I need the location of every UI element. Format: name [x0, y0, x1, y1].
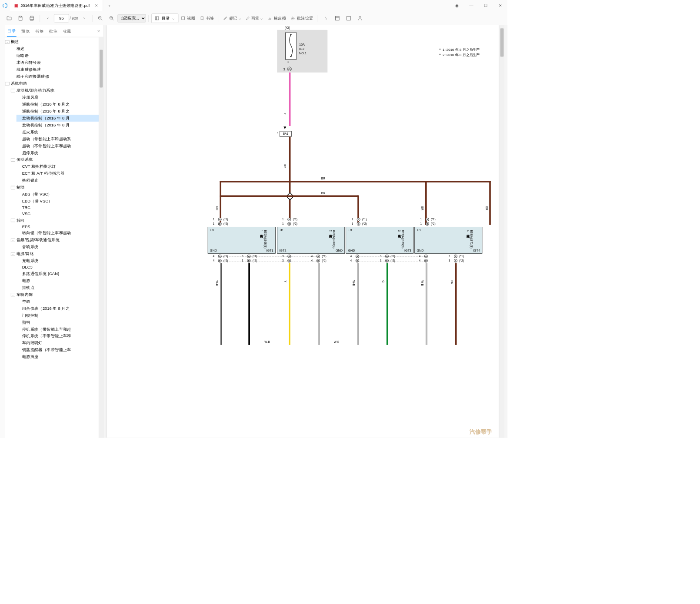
tree-node[interactable]: -电源/网络	[11, 250, 103, 257]
tree-node[interactable]: 端子和连接器维修	[11, 73, 103, 80]
tree-node[interactable]: 电源插座	[17, 353, 103, 360]
open-file-button[interactable]	[4, 13, 15, 23]
title-bar: ▣ 2016年丰田威驰雅力士致炫电路图.pdf ✕ ＋ ◉ — ☐ ✕	[0, 0, 507, 11]
tree-node[interactable]: 车内照明灯	[17, 340, 103, 347]
bookmark-button[interactable]: 书签	[198, 13, 216, 23]
tree-node[interactable]: 钥匙提醒器（不带智能上车	[17, 347, 103, 354]
tree-node[interactable]: 缩略语	[11, 52, 103, 59]
tree-node[interactable]: ABS（带 VSC）	[17, 191, 103, 198]
tab-annot[interactable]: 批注	[49, 26, 58, 37]
collapse-icon[interactable]: -	[11, 252, 15, 256]
collapse-icon[interactable]: -	[11, 89, 15, 92]
tree-node[interactable]: -传动系统	[11, 156, 103, 163]
tree-node[interactable]: -车辆内饰	[11, 291, 103, 298]
sidebar-scrollbar[interactable]	[99, 37, 103, 438]
tree-node[interactable]: CVT 和换档指示灯	[17, 163, 103, 170]
chevron-down-icon: ⌵	[172, 16, 175, 20]
blank-button[interactable]	[343, 13, 354, 23]
tree-node[interactable]: 组合仪表（2016 年 8 月之	[17, 305, 103, 312]
tab-outline[interactable]: 目录	[7, 25, 17, 37]
close-tab-icon[interactable]: ✕	[95, 3, 98, 8]
page-input[interactable]	[54, 14, 69, 22]
collapse-icon[interactable]: -	[5, 82, 10, 85]
tree-node[interactable]: 电源	[17, 277, 103, 284]
outline-dropdown[interactable]: 目录 ⌵	[151, 13, 178, 23]
close-panel-icon[interactable]: ✕	[96, 26, 101, 36]
tree-node[interactable]: -转向	[11, 217, 103, 224]
tree-node[interactable]: -发动机/混合动力系统	[11, 87, 103, 94]
tree-node[interactable]: 空调	[17, 298, 103, 305]
collapse-icon[interactable]: -	[11, 219, 15, 222]
save-button[interactable]	[15, 13, 26, 23]
mark-button[interactable]: 标记⌵	[221, 13, 243, 23]
format-button[interactable]	[332, 13, 343, 23]
tree-node[interactable]: 停机系统（带智能上车和起	[17, 326, 103, 333]
tab-preview[interactable]: 预览	[21, 26, 30, 37]
star-button[interactable]: ☆	[320, 13, 331, 23]
tree-node[interactable]: 音响系统	[17, 243, 103, 250]
print-button[interactable]	[27, 13, 37, 23]
zoom-out-button[interactable]	[95, 13, 106, 23]
tree-node[interactable]: 多路通信系统 (CAN)	[17, 270, 103, 277]
tree-node[interactable]: TRC	[17, 205, 103, 211]
tree-node[interactable]: DLC3	[17, 264, 103, 270]
maximize-button[interactable]: ☐	[479, 0, 493, 11]
tree-node[interactable]: 转向锁（带智能上车和起动	[17, 230, 103, 237]
tree-node[interactable]: -系统电路	[5, 80, 103, 87]
collapse-icon[interactable]: -	[5, 40, 10, 43]
tree-node[interactable]: 点火系统	[17, 129, 103, 136]
tree-node[interactable]: -音频/视频/车载通信系统	[11, 236, 103, 243]
document-canvas[interactable]: (IG) 15A IG2 NO.1 2 3 2E ＊ 1 :2016 年 8 月…	[104, 25, 508, 438]
tree-node[interactable]: 搭铁点	[17, 284, 103, 291]
tree-node[interactable]: 停机系统（不带智能上车和	[17, 333, 103, 340]
tree-node[interactable]: 线束维修概述	[11, 66, 103, 73]
brush-button[interactable]: 画笔⌵	[243, 13, 265, 23]
tree-node[interactable]: -概述	[5, 38, 103, 45]
tree-node[interactable]: 启停系统	[17, 149, 103, 156]
more-button[interactable]: ⋯	[366, 13, 377, 23]
collapse-icon[interactable]: -	[11, 238, 15, 242]
wire-p	[289, 73, 291, 126]
collapse-icon[interactable]: -	[11, 186, 15, 189]
close-window-button[interactable]: ✕	[493, 0, 507, 11]
document-tab[interactable]: ▣ 2016年丰田威驰雅力士致炫电路图.pdf ✕	[10, 0, 103, 11]
app-logo-icon	[0, 0, 10, 11]
zoom-in-button[interactable]	[106, 13, 117, 23]
collapse-icon[interactable]: -	[11, 158, 15, 162]
page-total: / 920	[70, 16, 78, 20]
zoom-select[interactable]: 自适应宽…	[117, 14, 146, 22]
tree-node[interactable]: -制动	[11, 184, 103, 191]
annot-settings-button[interactable]: 批注设置	[289, 13, 315, 23]
next-page-button[interactable]: ›	[79, 13, 90, 23]
tree-node[interactable]: 换档锁止	[17, 177, 103, 184]
tree-node[interactable]: 充电系统	[17, 257, 103, 264]
new-tab-button[interactable]: ＋	[103, 3, 116, 8]
tree-node[interactable]: 发动机控制（2016 年 8 月	[17, 122, 103, 129]
tree-node[interactable]: EBD（带 VSC）	[17, 198, 103, 205]
tree-node[interactable]: 起动（带智能上车和起动系	[17, 136, 103, 143]
tree-node[interactable]: 门锁控制	[17, 312, 103, 319]
toolbar: ‹ / 920 › 自适应宽… 目录 ⌵ 视图 书签 标记⌵ 画笔⌵ 橡皮擦 批…	[0, 11, 507, 25]
tree-node[interactable]: ECT 和 A/T 档位指示器	[17, 170, 103, 177]
prev-page-button[interactable]: ‹	[43, 13, 53, 23]
tree-node-selected[interactable]: 发动机控制（2016 年 8 月	[17, 115, 103, 122]
svg-rect-5	[182, 17, 185, 20]
tree-node[interactable]: VSC	[17, 211, 103, 217]
canvas-scrollbar[interactable]	[500, 25, 504, 438]
tree-node[interactable]: 巡航控制（2016 年 8 月之	[17, 101, 103, 108]
tab-bookmark[interactable]: 书签	[35, 26, 44, 37]
tab-fav[interactable]: 收藏	[63, 26, 72, 37]
tree-node[interactable]: 起动（不带智能上车和起动	[17, 143, 103, 149]
collapse-icon[interactable]: -	[11, 293, 15, 296]
user-button[interactable]	[354, 13, 365, 23]
tree-node[interactable]: 冷却风扇	[17, 94, 103, 101]
minimize-button[interactable]: —	[464, 0, 478, 11]
view-button[interactable]: 视图	[179, 13, 197, 23]
tree-node[interactable]: 术语和符号表	[11, 59, 103, 66]
help-icon[interactable]: ◉	[450, 0, 464, 11]
tree-node[interactable]: 巡航控制（2016 年 8 月之	[17, 108, 103, 115]
tree-node[interactable]: 概述	[11, 45, 103, 52]
eraser-button[interactable]: 橡皮擦	[266, 13, 288, 23]
tree-node[interactable]: 照明	[17, 319, 103, 326]
tree-node[interactable]: EPS	[17, 224, 103, 230]
